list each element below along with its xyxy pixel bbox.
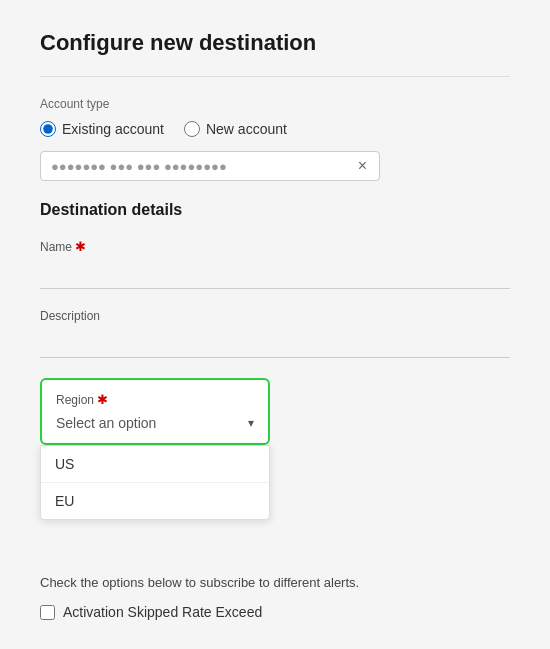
account-type-label: Account type <box>40 97 510 111</box>
region-label: Region <box>56 393 94 407</box>
activation-skipped-checkbox-item: Activation Skipped Rate Exceed <box>40 604 510 620</box>
existing-account-radio[interactable] <box>40 121 56 137</box>
new-account-option[interactable]: New account <box>184 121 287 137</box>
description-field-group: Description <box>40 309 510 358</box>
region-placeholder: Select an option <box>56 415 156 431</box>
region-dropdown-container: Region ✱ Select an option ▾ US EU <box>40 378 270 445</box>
name-label: Name ✱ <box>40 239 510 254</box>
description-input[interactable] <box>40 329 510 358</box>
name-required-star: ✱ <box>75 239 86 254</box>
region-dropdown-menu: US EU <box>40 445 270 520</box>
divider <box>40 76 510 77</box>
activation-skipped-checkbox[interactable] <box>40 605 55 620</box>
destination-details-section: Destination details Name ✱ Description R… <box>40 201 510 445</box>
existing-account-label: Existing account <box>62 121 164 137</box>
region-dropdown-trigger[interactable]: Select an option ▾ <box>56 415 254 431</box>
region-label-row: Region ✱ <box>56 392 254 407</box>
account-type-radio-group: Existing account New account <box>40 121 510 137</box>
region-required-star: ✱ <box>97 392 108 407</box>
existing-account-option[interactable]: Existing account <box>40 121 164 137</box>
page-container: Configure new destination Account type E… <box>0 0 550 649</box>
region-option-eu[interactable]: EU <box>41 483 269 519</box>
alerts-section: Check the options below to subscribe to … <box>40 575 510 620</box>
account-type-section: Account type Existing account New accoun… <box>40 97 510 181</box>
page-title: Configure new destination <box>40 30 510 56</box>
account-search-field: × <box>40 151 380 181</box>
new-account-label: New account <box>206 121 287 137</box>
clear-button[interactable]: × <box>356 158 369 174</box>
destination-details-title: Destination details <box>40 201 510 219</box>
chevron-down-icon: ▾ <box>248 416 254 430</box>
activation-skipped-label: Activation Skipped Rate Exceed <box>63 604 262 620</box>
name-field-group: Name ✱ <box>40 239 510 289</box>
name-input[interactable] <box>40 260 510 289</box>
region-option-us[interactable]: US <box>41 446 269 483</box>
alerts-description: Check the options below to subscribe to … <box>40 575 510 590</box>
account-search-input[interactable] <box>51 159 356 174</box>
description-label: Description <box>40 309 510 323</box>
new-account-radio[interactable] <box>184 121 200 137</box>
